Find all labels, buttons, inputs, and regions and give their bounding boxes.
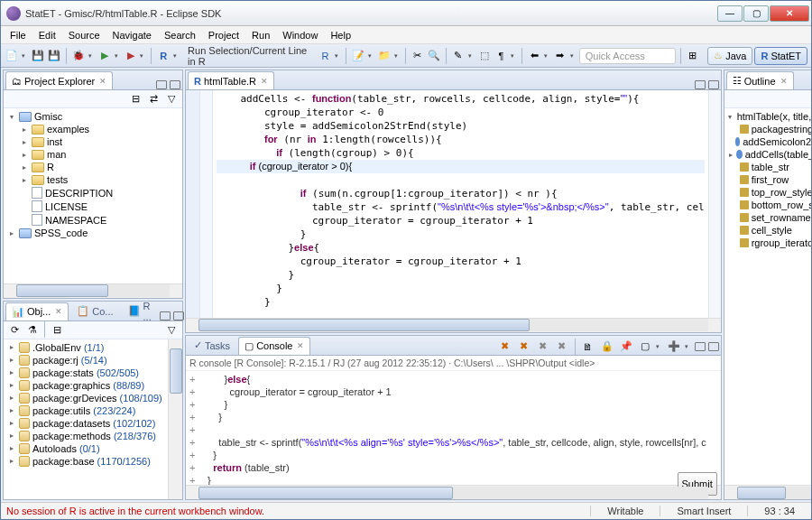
object-item[interactable]: ▸package:methods (218/376) xyxy=(7,430,164,442)
dropdown-icon[interactable]: ▾ xyxy=(394,52,401,60)
menu-navigate[interactable]: Navigate xyxy=(107,28,157,42)
save-icon[interactable]: 💾 xyxy=(31,48,45,64)
dropdown-icon[interactable]: ▾ xyxy=(368,52,374,60)
view-menu-icon[interactable]: ▽ xyxy=(163,91,180,107)
tree-item[interactable]: ▸man xyxy=(7,148,179,161)
tree-item[interactable]: ▸examples xyxy=(7,123,179,135)
maximize-button[interactable]: ▢ xyxy=(743,5,769,22)
maximize-view-icon[interactable] xyxy=(173,311,184,320)
text-tool-icon[interactable]: ✎ xyxy=(451,48,466,64)
menu-source[interactable]: Source xyxy=(63,28,106,42)
refresh-icon[interactable]: ⟳ xyxy=(6,321,23,338)
toggle-icon[interactable]: ⬚ xyxy=(477,48,492,64)
tab-object-browser[interactable]: 📊Obj...✕ xyxy=(5,302,69,320)
close-button[interactable]: ✕ xyxy=(770,5,809,22)
minimize-view-icon[interactable] xyxy=(695,80,706,89)
minimize-view-icon[interactable] xyxy=(156,80,167,89)
dropdown-icon[interactable]: ▾ xyxy=(544,52,550,60)
tab-r-help[interactable]: 📘R ... xyxy=(122,302,158,320)
outline-item[interactable]: top_row_style xyxy=(728,186,812,199)
tree-item[interactable]: DESCRIPTION xyxy=(7,186,179,200)
dropdown-icon[interactable]: ▾ xyxy=(468,52,475,60)
scroll-lock-icon[interactable]: 🔒 xyxy=(599,339,615,355)
tree-item[interactable]: NAMESPACE xyxy=(7,213,179,227)
run-icon[interactable]: ▶ xyxy=(97,48,112,64)
code-editor[interactable]: addCells <- function(table_str, rowcells… xyxy=(186,90,721,318)
tree-item[interactable]: ▸inst xyxy=(7,135,179,148)
quick-access-input[interactable]: Quick Access xyxy=(579,48,676,64)
horizontal-scrollbar[interactable] xyxy=(186,318,721,332)
remove-all-icon[interactable]: ✖ xyxy=(516,339,532,355)
close-icon[interactable]: ✕ xyxy=(780,77,788,86)
editor-tab[interactable]: R htmlTable.R ✕ xyxy=(188,71,274,89)
filter-icon[interactable]: ⚗ xyxy=(24,321,41,338)
dropdown-icon[interactable]: ▾ xyxy=(511,52,517,60)
horizontal-scrollbar[interactable] xyxy=(724,485,812,499)
project-explorer-tree[interactable]: ▾Gmisc▸examples▸inst▸man▸R▸testsDESCRIPT… xyxy=(4,108,182,283)
annotation-ruler[interactable] xyxy=(186,90,200,318)
close-icon[interactable]: ✕ xyxy=(261,77,268,86)
console-output[interactable]: + + + + + + + + + > }else{ cgroup_iterat… xyxy=(186,371,721,485)
terminate-icon[interactable]: ✖ xyxy=(535,339,551,355)
external-tools-icon[interactable]: ▶ xyxy=(124,48,138,64)
cut-icon[interactable]: ✂ xyxy=(411,48,425,64)
vertical-scrollbar[interactable] xyxy=(168,339,182,499)
saveall-icon[interactable]: 💾 xyxy=(48,48,62,64)
collapse-all-icon[interactable]: ⊟ xyxy=(49,321,65,338)
forward-icon[interactable]: ➡ xyxy=(553,48,567,64)
dropdown-icon[interactable]: ▾ xyxy=(88,52,95,60)
object-item[interactable]: ▸package:grDevices (108/109) xyxy=(7,392,164,404)
horizontal-scrollbar[interactable] xyxy=(4,283,182,298)
remove-launch-icon[interactable]: ✖ xyxy=(497,339,513,355)
minimize-view-icon[interactable] xyxy=(695,342,706,351)
outline-item[interactable]: addSemicolon2StrEnd(my_s xyxy=(728,135,812,148)
menu-edit[interactable]: Edit xyxy=(33,28,61,42)
menu-help[interactable]: Help xyxy=(325,28,356,42)
object-item[interactable]: ▸.GlobalEnv (1/1) xyxy=(7,341,164,354)
tab-project-explorer[interactable]: 🗂 Project Explorer ✕ xyxy=(5,71,113,89)
view-menu-icon[interactable]: ▽ xyxy=(163,321,180,338)
horizontal-scrollbar[interactable] xyxy=(186,485,721,499)
maximize-view-icon[interactable] xyxy=(708,342,719,351)
r-launch-icon[interactable]: R xyxy=(156,48,171,64)
dropdown-icon[interactable]: ▾ xyxy=(22,52,28,60)
outline-item[interactable]: bottom_row_style xyxy=(728,199,812,211)
object-item[interactable]: ▸package:utils (223/224) xyxy=(7,404,164,417)
perspective-java[interactable]: ♨Java xyxy=(707,47,752,65)
dropdown-icon[interactable]: ▾ xyxy=(115,52,121,60)
close-icon[interactable]: ✕ xyxy=(99,77,106,86)
menu-window[interactable]: Window xyxy=(277,28,323,42)
overview-ruler[interactable] xyxy=(708,90,721,318)
new-script-icon[interactable]: 📝 xyxy=(351,48,365,64)
tab-content-outline[interactable]: 📋Co... xyxy=(70,302,119,320)
dropdown-icon[interactable]: ▾ xyxy=(335,52,341,60)
new-console-icon[interactable]: ➕ xyxy=(666,339,682,355)
debug-icon[interactable]: 🐞 xyxy=(71,48,86,64)
tab-outline[interactable]: ☷ Outline ✕ xyxy=(726,71,794,89)
clear-icon[interactable]: 🗎 xyxy=(580,339,596,355)
object-item[interactable]: ▸Autoloads (0/1) xyxy=(7,442,164,455)
annotation-icon[interactable]: ¶ xyxy=(494,48,509,64)
object-browser-list[interactable]: ▸.GlobalEnv (1/1)▸package:rj (5/14)▸pack… xyxy=(4,339,168,499)
outline-item[interactable]: ▾htmlTable(x, title, headings, alig xyxy=(728,110,812,123)
new-project-icon[interactable]: 📁 xyxy=(377,48,392,64)
close-icon[interactable]: ✕ xyxy=(55,307,62,316)
outline-item[interactable]: rgroup_iterator xyxy=(728,237,812,249)
dropdown-icon[interactable]: ▾ xyxy=(140,52,146,60)
outline-item[interactable]: first_row xyxy=(728,173,812,186)
dropdown-icon[interactable]: ▾ xyxy=(173,52,180,60)
perspective-statet[interactable]: RStatET xyxy=(754,47,807,65)
tree-item[interactable]: ▸tests xyxy=(7,173,179,186)
outline-item[interactable]: packagestringr xyxy=(728,123,812,135)
object-item[interactable]: ▸package:base (1170/1256) xyxy=(7,455,164,468)
object-item[interactable]: ▸package:graphics (88/89) xyxy=(7,379,164,392)
object-item[interactable]: ▸package:rj (5/14) xyxy=(7,354,164,367)
pause-icon[interactable]: ✖ xyxy=(554,339,570,355)
pin-icon[interactable]: 📌 xyxy=(618,339,634,355)
maximize-view-icon[interactable] xyxy=(170,80,180,89)
tree-item[interactable]: ▸SPSS_code xyxy=(7,227,179,239)
tab-tasks[interactable]: ✓Tasks xyxy=(188,337,236,355)
dropdown-icon[interactable]: ▾ xyxy=(570,52,577,60)
open-perspective-icon[interactable]: ⊞ xyxy=(685,48,699,64)
maximize-view-icon[interactable] xyxy=(708,80,719,89)
